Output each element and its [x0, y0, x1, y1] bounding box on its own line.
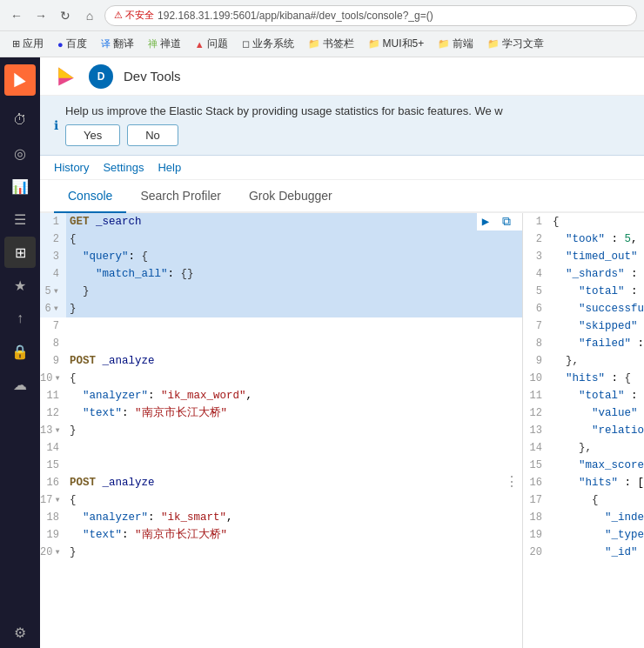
out-line-19: 19 "_type	[523, 526, 644, 544]
bookmark-bookmarks[interactable]: 📁 书签栏	[303, 35, 359, 53]
line-num-7: 7	[40, 317, 66, 335]
output-panel: 1 { 2 "took" : 5, 3 "timed_out" 4 "_shar…	[523, 213, 644, 648]
line-content-20: }	[66, 544, 522, 561]
banner-text: Help us improve the Elastic Stack by pro…	[65, 104, 630, 117]
out-content-7: "skipped"	[549, 317, 644, 335]
line-content-11: "analyzer": "ik_max_word",	[66, 387, 522, 404]
line-content-6: }	[66, 300, 522, 317]
copy-icon[interactable]: ⧉	[498, 213, 515, 230]
app-title: Dev Tools	[124, 69, 181, 84]
home-button[interactable]: ⌂	[80, 6, 99, 25]
editor-line-18: 18 "analyzer": "ik_smart",	[40, 509, 522, 526]
bookmark-translate[interactable]: 译 翻译	[96, 35, 139, 53]
out-num-14: 14	[523, 439, 549, 457]
run-icon[interactable]: ▶	[477, 213, 494, 230]
help-link[interactable]: Help	[158, 161, 181, 174]
out-num-7: 7	[523, 317, 549, 335]
out-num-6: 6	[523, 300, 549, 317]
forward-button[interactable]: →	[31, 6, 50, 25]
sidebar-item-dashboard[interactable]: ☰	[4, 204, 36, 235]
line-num-4: 4	[40, 265, 66, 283]
editor-line-20: 20 }	[40, 544, 522, 561]
bookmark-biz[interactable]: ◻ 业务系统	[237, 35, 299, 53]
bookmark-learning[interactable]: 📁 学习文章	[482, 35, 549, 53]
bookmark-zentao[interactable]: 禅 禅道	[143, 35, 186, 53]
sidebar-item-security[interactable]: 🔒	[4, 336, 36, 367]
main-content: D Dev Tools ℹ Help us improve the Elasti…	[40, 57, 644, 648]
bookmark-frontend[interactable]: 📁 前端	[433, 35, 479, 53]
mui-icon: 📁	[368, 38, 380, 50]
sidebar-item-visualize[interactable]: 📊	[4, 170, 36, 202]
line-content-10: {	[66, 370, 522, 387]
sidebar-item-cloud[interactable]: ☁	[4, 369, 36, 400]
line-content-5: }	[66, 283, 522, 300]
out-num-20: 20	[523, 544, 549, 561]
bookmark-bookmarks-label: 书签栏	[323, 37, 354, 51]
tab-grok-debugger[interactable]: Grok Debugger	[235, 180, 346, 213]
bookmark-apps[interactable]: ⊞ 应用	[7, 35, 49, 53]
editor-line-10: 10 {	[40, 370, 522, 387]
bookmark-issues[interactable]: ▲ 问题	[190, 35, 233, 53]
sidebar-item-discover[interactable]: ◎	[4, 137, 36, 169]
out-content-1: {	[549, 213, 644, 230]
sidebar-item-settings[interactable]: ⚙	[4, 617, 36, 648]
sidebar-item-devtools[interactable]: ⊞	[4, 237, 36, 268]
out-content-18: "_inde	[549, 509, 644, 526]
address-bar[interactable]: ⚠ 不安全 192.168.31.199:5601/app/kibana#/de…	[104, 5, 637, 26]
bookmark-zentao-label: 禅道	[160, 37, 181, 51]
line-content-1: GET _search	[66, 213, 477, 230]
out-line-13: 13 "relatio	[523, 422, 644, 439]
out-content-3: "timed_out"	[549, 248, 644, 265]
out-content-9: },	[549, 352, 644, 370]
sidebar-item-clock[interactable]: ⏱	[4, 104, 36, 136]
out-num-18: 18	[523, 509, 549, 526]
out-content-17: {	[549, 491, 644, 509]
line-num-1: 1	[40, 213, 66, 230]
out-num-9: 9	[523, 352, 549, 370]
line-content-18: "analyzer": "ik_smart",	[66, 509, 522, 526]
browser-bar: ← → ↻ ⌂ ⚠ 不安全 192.168.31.199:5601/app/ki…	[0, 0, 644, 31]
kibana-logo	[4, 64, 36, 96]
sidebar-item-upload[interactable]: ↑	[4, 303, 36, 334]
bookmark-baidu[interactable]: ● 百度	[52, 35, 92, 53]
editor-line-2: 2 {	[40, 230, 522, 248]
out-line-11: 11 "total" :	[523, 387, 644, 404]
editor-line-14: 14	[40, 439, 522, 457]
line-content-16: POST _analyze	[66, 474, 522, 491]
line-num-18: 18	[40, 509, 66, 526]
out-line-1: 1 {	[523, 213, 644, 230]
editor-line-12: 12 "text": "南京市长江大桥"	[40, 404, 522, 422]
bookmark-mui[interactable]: 📁 MUI和5+	[363, 35, 430, 53]
tab-search-profiler[interactable]: Search Profiler	[126, 180, 235, 213]
frontend-icon: 📁	[438, 38, 450, 50]
out-content-19: "_type	[549, 526, 644, 544]
out-content-15: "max_score"	[549, 457, 644, 474]
line-content-2: {	[66, 230, 522, 248]
bookmarks-folder-icon: 📁	[308, 38, 320, 50]
out-num-17: 17	[523, 491, 549, 509]
user-avatar[interactable]: D	[89, 64, 113, 89]
banner-yes-button[interactable]: Yes	[65, 124, 120, 146]
out-num-10: 10	[523, 370, 549, 387]
ellipsis-icon[interactable]: ⋮	[505, 474, 519, 491]
line-content-4: "match_all": {}	[66, 265, 522, 283]
tab-console[interactable]: Console	[54, 180, 126, 213]
usage-banner: ℹ Help us improve the Elastic Stack by p…	[40, 96, 644, 156]
out-line-7: 7 "skipped"	[523, 317, 644, 335]
banner-no-button[interactable]: No	[127, 124, 178, 146]
out-line-6: 6 "successfu	[523, 300, 644, 317]
line-num-10: 10	[40, 370, 66, 387]
line-num-20: 20	[40, 544, 66, 561]
out-line-14: 14 },	[523, 439, 644, 457]
settings-link[interactable]: Settings	[103, 161, 144, 174]
editor-panel[interactable]: 1 GET _search ▶ ⧉ 2 { 3 "query": { 4	[40, 213, 523, 648]
line-num-5: 5	[40, 283, 66, 300]
line-content-9: POST _analyze	[66, 352, 522, 370]
reload-button[interactable]: ↻	[56, 6, 75, 25]
out-line-18: 18 "_inde	[523, 509, 644, 526]
line-num-11: 11	[40, 387, 66, 404]
editor-line-6: 6 }	[40, 300, 522, 317]
sidebar-item-maps[interactable]: ★	[4, 270, 36, 301]
back-button[interactable]: ←	[7, 6, 26, 25]
history-link[interactable]: History	[54, 161, 89, 174]
